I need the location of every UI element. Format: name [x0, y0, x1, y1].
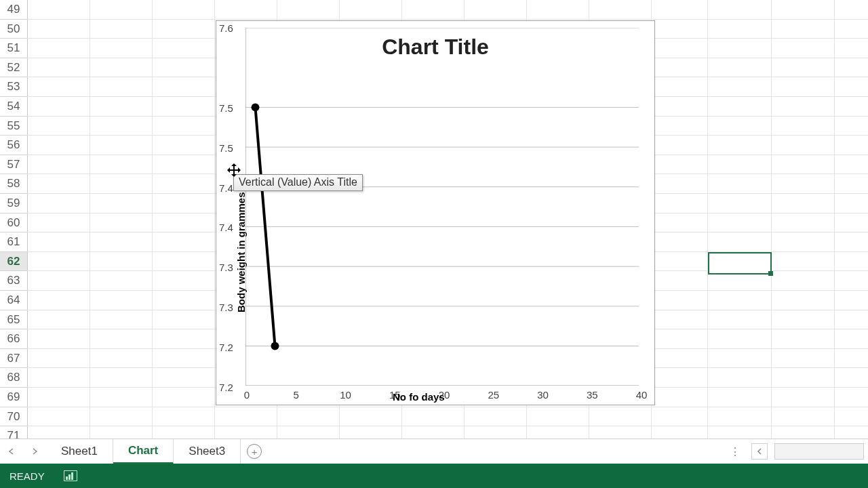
status-bar: READY [0, 464, 868, 488]
sheet-tabs: Sheet1ChartSheet3 [46, 439, 241, 464]
sheet-tab[interactable]: Chart [113, 439, 174, 464]
x-tick-label: 35 [587, 389, 598, 401]
row-header[interactable]: 66 [0, 329, 27, 349]
row-header[interactable]: 63 [0, 271, 27, 291]
row-header[interactable]: 64 [0, 291, 27, 310]
workbook: 4950515253545556575859606162636465666768… [0, 0, 868, 488]
y-tick-label: 7.5 [219, 102, 233, 113]
y-tick-label: 7.2 [219, 342, 233, 353]
svg-point-11 [252, 103, 260, 111]
row-header[interactable]: 67 [0, 349, 27, 369]
x-axis-title[interactable]: No fo days [393, 391, 445, 403]
row-header[interactable]: 50 [0, 20, 27, 39]
x-tick-label: 25 [488, 389, 499, 401]
row-header[interactable]: 52 [0, 58, 27, 78]
row-header[interactable]: 58 [0, 174, 27, 194]
hscroll-track[interactable] [774, 443, 864, 460]
y-tick-label: 7.6 [219, 22, 233, 34]
row-header[interactable]: 68 [0, 368, 27, 388]
row-header[interactable]: 62 [0, 252, 27, 272]
x-tick-label: 40 [636, 389, 648, 401]
sheet-tab[interactable]: Sheet1 [46, 439, 113, 464]
x-tick-label: 0 [244, 389, 250, 401]
x-tick-label: 5 [294, 389, 299, 401]
macro-record-icon[interactable] [64, 470, 77, 481]
y-tick-label: 7.4 [219, 182, 233, 193]
y-tick-label: 7.3 [219, 302, 233, 313]
fill-handle[interactable] [768, 271, 773, 276]
hscroll-left-button[interactable] [751, 443, 768, 460]
row-header[interactable]: 69 [0, 388, 27, 407]
sheet-area[interactable]: 4950515253545556575859606162636465666768… [0, 0, 868, 439]
row-header[interactable]: 53 [0, 77, 27, 97]
row-header[interactable]: 65 [0, 310, 27, 330]
row-header[interactable]: 57 [0, 155, 27, 175]
row-header[interactable]: 54 [0, 97, 27, 117]
tab-strip-options-icon[interactable]: ⋮ [724, 445, 745, 458]
row-header[interactable]: 49 [0, 0, 27, 20]
plot-area[interactable] [245, 28, 639, 386]
active-cell[interactable] [708, 252, 772, 274]
row-header[interactable]: 56 [0, 136, 27, 155]
x-tick-label: 10 [340, 389, 351, 401]
sheet-tab[interactable]: Sheet3 [174, 439, 241, 464]
y-tick-label: 7.4 [219, 222, 233, 233]
row-header[interactable]: 51 [0, 39, 27, 58]
y-tick-label: 7.3 [219, 262, 233, 273]
row-header[interactable]: 55 [0, 117, 27, 136]
axis-title-tooltip: Vertical (Value) Axis Title [233, 174, 363, 191]
status-text: READY [9, 470, 45, 482]
chart-object[interactable]: Chart Title Body weight in grammes 7.67.… [216, 20, 655, 405]
add-sheet-button[interactable]: + [241, 439, 268, 464]
y-tick-label: 7.5 [219, 142, 233, 153]
row-headers[interactable]: 4950515253545556575859606162636465666768… [0, 0, 28, 439]
row-header[interactable]: 70 [0, 407, 27, 427]
svg-point-12 [271, 342, 279, 350]
row-header[interactable]: 60 [0, 214, 27, 233]
tab-scroll-prev-button[interactable] [0, 439, 23, 464]
sheet-tab-strip: Sheet1ChartSheet3 + ⋮ [0, 439, 868, 464]
row-header[interactable]: 59 [0, 194, 27, 214]
row-header[interactable]: 61 [0, 232, 27, 252]
x-tick-label: 30 [537, 389, 549, 401]
tab-scroll-next-button[interactable] [23, 439, 46, 464]
y-tick-label: 7.2 [219, 382, 233, 393]
